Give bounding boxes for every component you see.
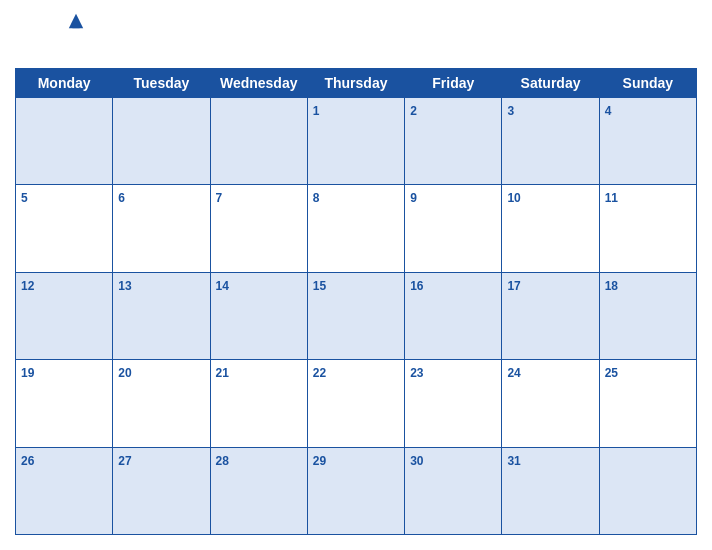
day-header-tuesday: Tuesday — [113, 69, 210, 98]
day-number: 19 — [21, 366, 34, 380]
calendar-cell: 9 — [405, 185, 502, 272]
day-number: 14 — [216, 279, 229, 293]
day-header-monday: Monday — [16, 69, 113, 98]
calendar-cell: 27 — [113, 447, 210, 534]
calendar-cell — [113, 98, 210, 185]
calendar-cell: 19 — [16, 360, 113, 447]
day-number: 13 — [118, 279, 131, 293]
day-number: 17 — [507, 279, 520, 293]
calendar-cell: 16 — [405, 272, 502, 359]
day-header-thursday: Thursday — [307, 69, 404, 98]
calendar-cell: 23 — [405, 360, 502, 447]
day-number: 20 — [118, 366, 131, 380]
day-number: 24 — [507, 366, 520, 380]
svg-rect-1 — [72, 23, 79, 28]
day-header-friday: Friday — [405, 69, 502, 98]
calendar-cell: 2 — [405, 98, 502, 185]
week-row-3: 12131415161718 — [16, 272, 697, 359]
calendar-cell — [210, 98, 307, 185]
calendar-cell: 8 — [307, 185, 404, 272]
calendar-cell: 31 — [502, 447, 599, 534]
calendar-cell: 12 — [16, 272, 113, 359]
calendar-cell: 25 — [599, 360, 696, 447]
calendar-cell — [599, 447, 696, 534]
day-number: 27 — [118, 454, 131, 468]
day-number: 9 — [410, 191, 417, 205]
day-header-sunday: Sunday — [599, 69, 696, 98]
calendar-container: MondayTuesdayWednesdayThursdayFridaySatu… — [0, 0, 712, 550]
day-number: 15 — [313, 279, 326, 293]
calendar-cell: 17 — [502, 272, 599, 359]
day-number: 31 — [507, 454, 520, 468]
days-header-row: MondayTuesdayWednesdayThursdayFridaySatu… — [16, 69, 697, 98]
calendar-cell: 26 — [16, 447, 113, 534]
week-row-4: 19202122232425 — [16, 360, 697, 447]
week-row-5: 262728293031 — [16, 447, 697, 534]
calendar-cell: 1 — [307, 98, 404, 185]
week-row-1: 1234 — [16, 98, 697, 185]
calendar-cell: 5 — [16, 185, 113, 272]
calendar-body: 1234567891011121314151617181920212223242… — [16, 98, 697, 535]
calendar-cell: 20 — [113, 360, 210, 447]
calendar-cell: 3 — [502, 98, 599, 185]
calendar-table: MondayTuesdayWednesdayThursdayFridaySatu… — [15, 68, 697, 535]
day-number: 4 — [605, 104, 612, 118]
calendar-cell: 21 — [210, 360, 307, 447]
day-number: 12 — [21, 279, 34, 293]
day-number: 29 — [313, 454, 326, 468]
calendar-header — [15, 10, 697, 60]
calendar-cell: 7 — [210, 185, 307, 272]
day-number: 11 — [605, 191, 618, 205]
day-number: 16 — [410, 279, 423, 293]
calendar-cell: 4 — [599, 98, 696, 185]
day-number: 22 — [313, 366, 326, 380]
calendar-cell: 28 — [210, 447, 307, 534]
logo-icon — [67, 12, 85, 30]
day-number: 25 — [605, 366, 618, 380]
day-number: 28 — [216, 454, 229, 468]
day-number: 5 — [21, 191, 28, 205]
calendar-cell: 10 — [502, 185, 599, 272]
day-header-wednesday: Wednesday — [210, 69, 307, 98]
calendar-cell: 18 — [599, 272, 696, 359]
calendar-cell: 22 — [307, 360, 404, 447]
day-number: 26 — [21, 454, 34, 468]
day-number: 18 — [605, 279, 618, 293]
calendar-cell — [16, 98, 113, 185]
calendar-cell: 6 — [113, 185, 210, 272]
calendar-cell: 11 — [599, 185, 696, 272]
day-number: 21 — [216, 366, 229, 380]
day-number: 6 — [118, 191, 125, 205]
calendar-cell: 24 — [502, 360, 599, 447]
calendar-cell: 15 — [307, 272, 404, 359]
day-number: 2 — [410, 104, 417, 118]
week-row-2: 567891011 — [16, 185, 697, 272]
calendar-cell: 29 — [307, 447, 404, 534]
calendar-cell: 30 — [405, 447, 502, 534]
day-number: 3 — [507, 104, 514, 118]
day-number: 8 — [313, 191, 320, 205]
day-number: 23 — [410, 366, 423, 380]
calendar-cell: 14 — [210, 272, 307, 359]
day-number: 7 — [216, 191, 223, 205]
day-header-saturday: Saturday — [502, 69, 599, 98]
calendar-cell: 13 — [113, 272, 210, 359]
day-number: 30 — [410, 454, 423, 468]
day-number: 1 — [313, 104, 320, 118]
day-number: 10 — [507, 191, 520, 205]
